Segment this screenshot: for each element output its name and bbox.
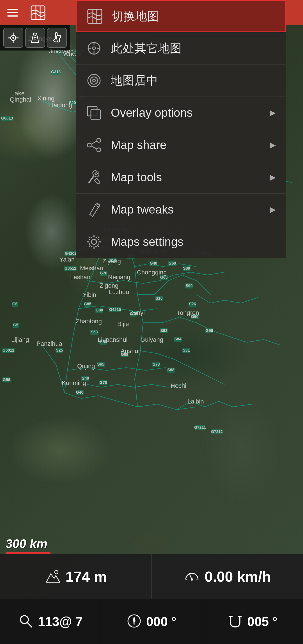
svg-text:S62: S62 <box>160 328 167 333</box>
svg-text:Leshan: Leshan <box>70 274 90 281</box>
svg-text:Haidong: Haidong <box>49 102 72 109</box>
svg-point-151 <box>97 138 101 142</box>
svg-text:S65: S65 <box>97 362 104 366</box>
gps-icon <box>7 32 19 44</box>
speed-section: 0.00 km/h <box>152 554 303 599</box>
speed-value: 0.00 km/h <box>205 568 271 585</box>
center-map-icon <box>84 71 104 90</box>
svg-text:G78: G78 <box>100 380 107 385</box>
menu-item-switch-map[interactable]: 切换地图 <box>76 0 286 32</box>
svg-text:S31: S31 <box>183 348 190 352</box>
menu-item-overlay-options[interactable]: Overlay options ► <box>76 97 286 129</box>
svg-point-157 <box>91 239 97 244</box>
pointer-button[interactable] <box>47 28 67 48</box>
svg-text:Xining: Xining <box>37 95 54 102</box>
hamburger-button[interactable] <box>0 0 25 25</box>
svg-point-153 <box>97 148 101 152</box>
svg-rect-140 <box>88 9 102 23</box>
svg-text:Ziyang: Ziyang <box>102 258 121 265</box>
svg-text:S84: S84 <box>175 337 182 341</box>
menu-item-center-map[interactable]: 地图居中 <box>76 65 286 97</box>
bearing-section: 000 ° <box>101 599 202 644</box>
map-share-icon <box>84 135 104 155</box>
svg-point-161 <box>191 578 193 581</box>
bearing-value: 000 ° <box>146 614 176 629</box>
svg-text:Qujing: Qujing <box>77 363 95 370</box>
elevation-value: 174 m <box>66 568 107 585</box>
other-maps-label: 此处其它地图 <box>111 40 278 56</box>
magnetic-section: 005 ° <box>202 599 303 644</box>
map-tools-arrow: ► <box>268 171 278 183</box>
map-tools-label: Map tools <box>111 171 268 184</box>
svg-line-155 <box>91 146 97 149</box>
menu-item-map-share[interactable]: Map share ► <box>76 129 286 161</box>
svg-text:G7211: G7211 <box>194 425 206 430</box>
maps-settings-icon <box>84 232 104 252</box>
svg-point-147 <box>90 77 98 84</box>
svg-text:G4215: G4215 <box>109 307 121 312</box>
map-tweaks-label: Map tweaks <box>111 203 268 216</box>
svg-text:Panzihua: Panzihua <box>36 340 63 347</box>
quick-toolbar <box>0 25 70 51</box>
center-map-label: 地图居中 <box>111 73 278 88</box>
svg-text:G0512: G0512 <box>65 266 76 271</box>
svg-text:Zunyi: Zunyi <box>130 309 145 316</box>
svg-text:Meishan: Meishan <box>80 265 103 272</box>
svg-text:Neijiang: Neijiang <box>108 274 130 281</box>
menu-item-maps-settings[interactable]: Maps settings <box>76 226 286 258</box>
svg-point-170 <box>133 620 135 622</box>
svg-text:Hechi: Hechi <box>171 382 186 389</box>
svg-text:Chongqing: Chongqing <box>137 269 167 276</box>
dropdown-menu: 切换地图 此处其它地图 <box>76 0 286 258</box>
svg-point-159 <box>55 570 58 574</box>
zoom-value: 113@ 7 <box>38 614 83 629</box>
svg-line-163 <box>196 579 198 580</box>
svg-point-152 <box>87 143 91 147</box>
svg-text:G7212: G7212 <box>211 429 223 434</box>
svg-text:G85: G85 <box>84 302 91 306</box>
menu-item-map-tweaks[interactable]: Map tweaks ► <box>76 194 286 226</box>
gps-button[interactable] <box>3 28 23 48</box>
map-share-arrow: ► <box>268 139 278 151</box>
map-tweaks-icon <box>84 200 104 219</box>
svg-point-158 <box>89 237 99 247</box>
svg-point-141 <box>93 47 95 50</box>
hamburger-icon <box>7 9 18 17</box>
svg-text:Yibin: Yibin <box>83 291 96 298</box>
svg-text:S73: S73 <box>153 362 160 366</box>
app-root: G30 G90 S1 S2 S32 G42 G4202 <box>0 0 303 644</box>
svg-line-154 <box>91 141 97 144</box>
overlay-options-arrow: ► <box>268 107 278 119</box>
svg-text:G40: G40 <box>76 390 84 395</box>
elevation-section: 174 m <box>0 554 152 599</box>
svg-point-165 <box>20 616 28 624</box>
scale-bar <box>6 552 50 554</box>
svg-text:G69: G69 <box>169 261 176 265</box>
svg-text:Liupanshui: Liupanshui <box>98 336 127 343</box>
svg-text:G80: G80 <box>96 308 103 312</box>
svg-text:S88: S88 <box>167 368 175 372</box>
pointer-icon <box>51 32 63 44</box>
svg-text:G6011: G6011 <box>3 348 14 352</box>
svg-text:Tongren: Tongren <box>177 309 199 316</box>
menu-item-other-maps[interactable]: 此处其它地图 <box>76 32 286 65</box>
map-share-label: Map share <box>111 138 268 152</box>
svg-text:G6613: G6613 <box>1 116 13 120</box>
road-button[interactable] <box>25 28 45 48</box>
magnetic-icon <box>228 613 243 630</box>
map-logo-button[interactable] <box>25 0 50 25</box>
svg-text:Laibin: Laibin <box>187 398 204 405</box>
map-tools-icon <box>84 168 104 187</box>
svg-text:Anshun: Anshun <box>121 347 142 354</box>
svg-text:Bijie: Bijie <box>117 320 129 327</box>
svg-text:G56: G56 <box>206 328 213 333</box>
switch-map-icon <box>85 6 105 26</box>
menu-item-map-tools[interactable]: Map tools ► <box>76 161 286 194</box>
svg-text:G56: G56 <box>3 377 10 382</box>
switch-map-label: 切换地图 <box>112 8 277 24</box>
svg-text:Kunming: Kunming <box>62 379 86 386</box>
svg-text:G318: G318 <box>51 70 61 74</box>
other-maps-icon <box>84 38 104 58</box>
svg-text:G6: G6 <box>12 302 18 306</box>
elevation-icon <box>45 568 61 586</box>
